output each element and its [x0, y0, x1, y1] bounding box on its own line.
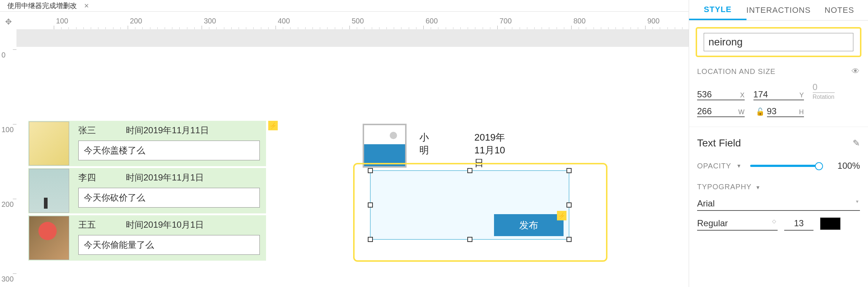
y-field[interactable]: Y — [753, 89, 804, 100]
ruler-tick-label: 200 — [1, 200, 14, 209]
w-label: W — [738, 108, 745, 116]
chevron-down-icon[interactable]: ▼ — [736, 163, 741, 169]
x-field[interactable]: X — [697, 89, 745, 100]
rotation-input[interactable] — [813, 82, 835, 93]
ruler-horizontal[interactable]: 100200300400500600700800900 — [16, 15, 689, 29]
y-input[interactable] — [753, 89, 783, 100]
resize-handle-bc[interactable] — [467, 237, 472, 242]
page-tab[interactable]: 使用中继器完成增删改 × — [0, 0, 96, 12]
widget-type-label: Text Field — [697, 137, 741, 149]
resize-handle-ml[interactable] — [368, 202, 373, 208]
resize-handle-tr[interactable] — [566, 168, 572, 173]
chevron-down-icon[interactable]: ▼ — [755, 184, 761, 190]
repeater-widget[interactable]: 张三 时间2019年11月11日 今天你盖楼了么 李四 时间2019年11月1日… — [28, 121, 266, 262]
list-item[interactable]: 李四 时间2019年11月1日 今天你砍价了么 — [28, 168, 266, 213]
widget-type-row: Text Field ✎ — [689, 127, 868, 156]
tab-notes[interactable]: NOTES — [811, 0, 868, 20]
w-input[interactable] — [697, 106, 726, 116]
ruler-tick-label: 500 — [352, 17, 364, 25]
ruler-vertical[interactable]: 0100200300 — [0, 29, 16, 287]
item-time-label[interactable]: 时间2019年11月1日 — [122, 172, 260, 183]
font-family-row: Arial — [689, 195, 868, 213]
font-size-input[interactable]: 13 — [784, 217, 813, 231]
item-time-label[interactable]: 时间2019年10月1日 — [122, 219, 260, 231]
widget-name-input[interactable] — [704, 33, 853, 51]
location-section-header: LOCATION AND SIZE 👁 — [689, 64, 868, 79]
location-label: LOCATION AND SIZE — [697, 67, 775, 76]
location-grid: X Y Rotation W 🔓 H — [689, 79, 868, 120]
avatar[interactable] — [29, 216, 69, 260]
w-field[interactable]: W — [697, 106, 745, 117]
item-content: 李四 时间2019年11月1日 今天你砍价了么 — [73, 169, 265, 213]
item-name-label[interactable]: 李四 — [78, 172, 122, 183]
h-input[interactable] — [767, 106, 796, 116]
canvas[interactable]: 张三 时间2019年11月11日 今天你盖楼了么 李四 时间2019年11月1日… — [16, 29, 689, 287]
resize-handle-tl[interactable] — [368, 168, 373, 173]
h-field[interactable]: H — [767, 106, 804, 117]
item-content: 张三 时间2019年11月11日 今天你盖楼了么 — [73, 122, 265, 165]
tab-title: 使用中继器完成增删改 — [7, 1, 77, 11]
typography-section-header: TYPOGRAPHY ▼ — [689, 176, 868, 195]
font-color-swatch[interactable] — [820, 217, 841, 230]
item-content: 王五 时间2019年10月1日 今天你偷能量了么 — [73, 216, 265, 260]
h-label: H — [799, 108, 804, 116]
item-time-label[interactable]: 时间2019年11月11日 — [122, 124, 260, 136]
list-item[interactable]: 张三 时间2019年11月11日 今天你盖楼了么 — [28, 121, 266, 166]
inspector-tabs: STYLE INTERACTIONS NOTES — [689, 0, 868, 20]
resize-handle-br[interactable] — [566, 237, 572, 242]
opacity-slider[interactable] — [750, 165, 822, 167]
font-detail-row: Regular 13 — [689, 213, 868, 234]
rotation-label: Rotation — [813, 94, 835, 100]
widget-name-highlight — [696, 27, 861, 57]
ruler-tick-label: 900 — [647, 17, 659, 25]
lightning-icon[interactable]: ⚡ — [268, 121, 278, 130]
close-icon[interactable]: × — [84, 1, 89, 11]
tab-style[interactable]: STYLE — [689, 0, 747, 20]
canvas-gutter — [16, 29, 689, 47]
image-placeholder[interactable] — [363, 124, 407, 168]
ruler-tick-label: 700 — [500, 17, 512, 25]
ruler-tick-label: 200 — [130, 17, 142, 25]
opacity-row: OPACITY ▼ 100% — [689, 156, 868, 176]
tab-interactions[interactable]: INTERACTIONS — [747, 0, 811, 20]
y-label: Y — [799, 92, 804, 99]
ruler-origin-icon[interactable]: ✥ — [0, 15, 16, 29]
font-family-select[interactable]: Arial — [697, 197, 860, 211]
typography-label: TYPOGRAPHY — [697, 183, 752, 191]
avatar[interactable] — [29, 169, 69, 213]
opacity-label: OPACITY — [697, 162, 731, 170]
ruler-tick-label: 800 — [573, 17, 585, 25]
resize-handle-bl[interactable] — [368, 237, 373, 242]
ruler-tick-label: 100 — [56, 17, 68, 25]
placeholder-circle-icon — [390, 132, 397, 139]
x-label: X — [740, 92, 744, 99]
opacity-value[interactable]: 100% — [831, 161, 860, 171]
x-input[interactable] — [697, 89, 726, 100]
lock-icon[interactable]: 🔓 — [756, 107, 765, 116]
ruler-tick-label: 600 — [426, 17, 438, 25]
resize-handle-tc[interactable] — [467, 168, 472, 173]
item-message-field[interactable]: 今天你偷能量了么 — [78, 235, 260, 255]
ruler-tick-label: 300 — [204, 17, 216, 25]
font-weight-select[interactable]: Regular — [697, 217, 778, 231]
avatar[interactable] — [29, 122, 69, 165]
inspector-panel: STYLE INTERACTIONS NOTES LOCATION AND SI… — [689, 0, 868, 287]
resize-handle-mr[interactable] — [566, 202, 572, 208]
lightning-icon[interactable]: ⚡ — [557, 211, 566, 220]
list-item[interactable]: 王五 时间2019年10月1日 今天你偷能量了么 — [28, 215, 266, 261]
item-message-field[interactable]: 今天你盖楼了么 — [78, 141, 260, 160]
edit-style-icon[interactable]: ✎ — [853, 138, 860, 148]
ruler-tick-label: 300 — [1, 275, 14, 283]
publish-button[interactable]: 发布 — [494, 214, 564, 236]
item-name-label[interactable]: 张三 — [78, 124, 122, 136]
ruler-tick-label: 400 — [278, 17, 290, 25]
rotation-field[interactable]: Rotation — [813, 82, 860, 100]
item-message-field[interactable]: 今天你砍价了么 — [78, 188, 260, 208]
visibility-icon[interactable]: 👁 — [852, 67, 860, 76]
ruler-tick-label: 100 — [1, 126, 14, 134]
ruler-tick-label: 0 — [1, 51, 5, 59]
item-name-label[interactable]: 王五 — [78, 219, 122, 231]
